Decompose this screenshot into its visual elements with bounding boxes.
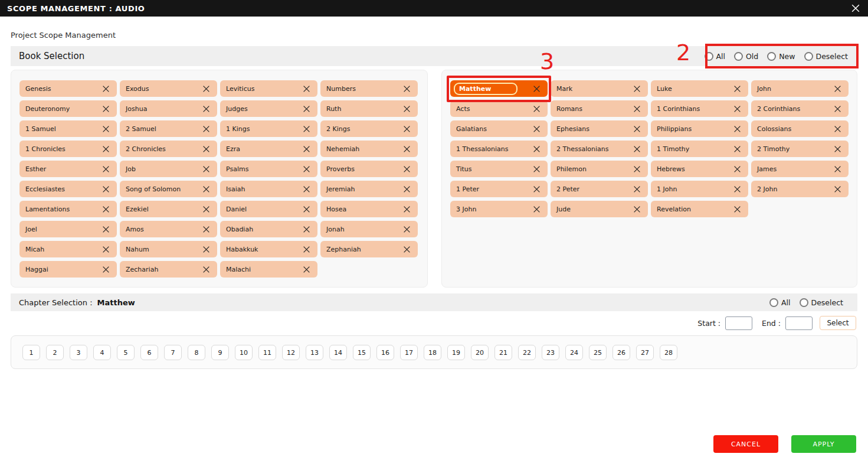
book-chip-acts[interactable]: Acts <box>450 100 548 117</box>
chapter-button-14[interactable]: 14 <box>329 345 347 360</box>
remove-book-icon[interactable] <box>403 125 411 133</box>
remove-book-icon[interactable] <box>303 125 310 133</box>
radio-deselect[interactable]: Deselect <box>800 298 843 307</box>
remove-book-icon[interactable] <box>202 125 210 133</box>
book-chip-3-john[interactable]: 3 John <box>450 201 548 217</box>
book-chip-proverbs[interactable]: Proverbs <box>320 161 418 177</box>
remove-book-icon[interactable] <box>533 145 541 153</box>
chapter-button-7[interactable]: 7 <box>164 345 182 360</box>
book-chip-1-peter[interactable]: 1 Peter <box>450 181 548 197</box>
remove-book-icon[interactable] <box>202 105 210 113</box>
chapter-button-11[interactable]: 11 <box>258 345 276 360</box>
chapter-button-15[interactable]: 15 <box>353 345 371 360</box>
book-chip-song-of-solomon[interactable]: Song of Solomon <box>120 181 217 197</box>
book-chip-isaiah[interactable]: Isaiah <box>220 181 317 197</box>
remove-book-icon[interactable] <box>633 145 641 153</box>
book-chip-1-john[interactable]: 1 John <box>651 181 748 197</box>
book-chip-hebrews[interactable]: Hebrews <box>651 161 748 177</box>
remove-book-icon[interactable] <box>102 105 110 113</box>
start-input[interactable] <box>725 316 752 330</box>
book-chip-2-john[interactable]: 2 John <box>751 181 849 197</box>
remove-book-icon[interactable] <box>733 125 741 133</box>
book-chip-luke[interactable]: Luke <box>651 80 748 97</box>
remove-book-icon[interactable] <box>102 205 110 213</box>
book-chip-1-chronicles[interactable]: 1 Chronicles <box>19 141 117 157</box>
book-chip-mark[interactable]: Mark <box>551 80 648 97</box>
remove-book-icon[interactable] <box>733 185 741 193</box>
book-chip-galatians[interactable]: Galatians <box>450 120 548 137</box>
book-chip-judges[interactable]: Judges <box>220 100 317 117</box>
remove-book-icon[interactable] <box>102 85 110 93</box>
remove-book-icon[interactable] <box>102 226 110 233</box>
chapter-button-20[interactable]: 20 <box>471 345 489 360</box>
book-chip-titus[interactable]: Titus <box>450 161 548 177</box>
remove-book-icon[interactable] <box>202 145 210 153</box>
end-input[interactable] <box>785 316 813 330</box>
remove-book-icon[interactable] <box>102 145 110 153</box>
remove-book-icon[interactable] <box>303 145 310 153</box>
remove-book-icon[interactable] <box>403 145 411 153</box>
chapter-button-4[interactable]: 4 <box>93 345 111 360</box>
chapter-button-21[interactable]: 21 <box>494 345 512 360</box>
remove-book-icon[interactable] <box>533 125 541 133</box>
remove-book-icon[interactable] <box>102 125 110 133</box>
remove-book-icon[interactable] <box>633 105 641 113</box>
remove-book-icon[interactable] <box>403 205 411 213</box>
radio-all[interactable]: All <box>705 52 726 61</box>
book-chip-colossians[interactable]: Colossians <box>751 120 849 137</box>
radio-deselect[interactable]: Deselect <box>804 52 848 61</box>
book-chip-micah[interactable]: Micah <box>19 241 117 257</box>
remove-book-icon[interactable] <box>733 145 741 153</box>
remove-book-icon[interactable] <box>533 205 541 213</box>
book-chip-joel[interactable]: Joel <box>19 221 117 237</box>
radio-old[interactable]: Old <box>734 52 758 61</box>
chapter-button-13[interactable]: 13 <box>306 345 323 360</box>
book-chip-numbers[interactable]: Numbers <box>320 80 418 97</box>
close-icon[interactable] <box>851 4 861 13</box>
book-chip-philippians[interactable]: Philippians <box>651 120 748 137</box>
chapter-button-28[interactable]: 28 <box>660 345 677 360</box>
book-chip-ruth[interactable]: Ruth <box>320 100 418 117</box>
chapter-button-9[interactable]: 9 <box>211 345 229 360</box>
select-range-button[interactable]: Select <box>820 316 856 330</box>
remove-book-icon[interactable] <box>533 85 541 93</box>
book-chip-haggai[interactable]: Haggai <box>19 261 117 278</box>
remove-book-icon[interactable] <box>202 185 210 193</box>
book-chip-deuteronomy[interactable]: Deuteronomy <box>19 100 117 117</box>
book-chip-ezra[interactable]: Ezra <box>220 141 317 157</box>
chapter-button-3[interactable]: 3 <box>70 345 87 360</box>
book-chip-matthew[interactable]: Matthew <box>450 80 548 97</box>
remove-book-icon[interactable] <box>403 165 411 173</box>
chapter-button-2[interactable]: 2 <box>46 345 64 360</box>
remove-book-icon[interactable] <box>303 266 310 273</box>
chapter-button-23[interactable]: 23 <box>542 345 559 360</box>
book-chip-ecclesiastes[interactable]: Ecclesiastes <box>19 181 117 197</box>
remove-book-icon[interactable] <box>633 165 641 173</box>
remove-book-icon[interactable] <box>102 266 110 273</box>
book-chip-1-timothy[interactable]: 1 Timothy <box>651 141 748 157</box>
book-chip-job[interactable]: Job <box>120 161 217 177</box>
book-chip-hosea[interactable]: Hosea <box>320 201 418 217</box>
book-chip-2-peter[interactable]: 2 Peter <box>551 181 648 197</box>
book-chip-obadiah[interactable]: Obadiah <box>220 221 317 237</box>
remove-book-icon[interactable] <box>533 165 541 173</box>
remove-book-icon[interactable] <box>403 105 411 113</box>
chapter-button-18[interactable]: 18 <box>424 345 441 360</box>
remove-book-icon[interactable] <box>834 185 841 193</box>
book-chip-2-samuel[interactable]: 2 Samuel <box>120 120 217 137</box>
remove-book-icon[interactable] <box>733 205 741 213</box>
chapter-button-1[interactable]: 1 <box>22 345 40 360</box>
remove-book-icon[interactable] <box>834 165 841 173</box>
radio-circle-icon[interactable] <box>705 52 713 61</box>
radio-circle-icon[interactable] <box>734 52 743 61</box>
chapter-button-22[interactable]: 22 <box>518 345 536 360</box>
book-chip-amos[interactable]: Amos <box>120 221 217 237</box>
remove-book-icon[interactable] <box>202 246 210 253</box>
remove-book-icon[interactable] <box>303 85 310 93</box>
remove-book-icon[interactable] <box>403 185 411 193</box>
remove-book-icon[interactable] <box>633 205 641 213</box>
book-chip-psalms[interactable]: Psalms <box>220 161 317 177</box>
remove-book-icon[interactable] <box>403 226 411 233</box>
chapter-button-27[interactable]: 27 <box>636 345 654 360</box>
book-chip-jonah[interactable]: Jonah <box>320 221 418 237</box>
